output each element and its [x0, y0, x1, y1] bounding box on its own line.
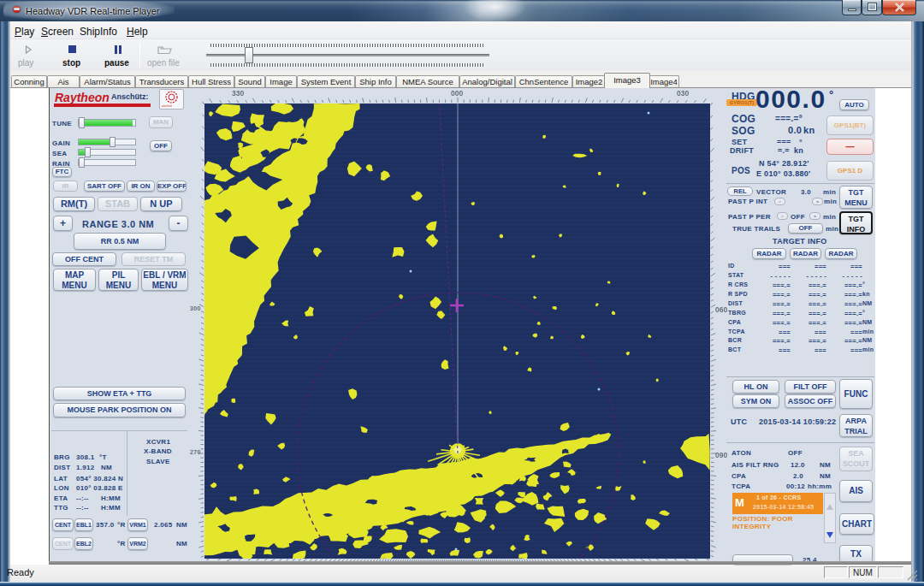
svg-text:060: 060: [715, 305, 727, 314]
svg-text:090: 090: [715, 451, 727, 459]
svg-text:000: 000: [451, 89, 463, 98]
svg-text:030: 030: [677, 89, 689, 98]
svg-text:330: 330: [232, 89, 244, 98]
